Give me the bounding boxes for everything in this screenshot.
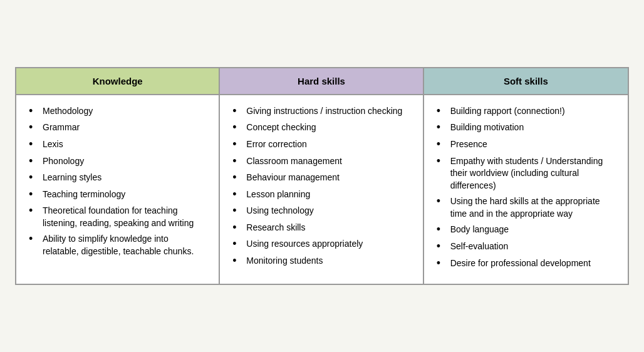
list-item: •Error correction [232,138,410,152]
list-item-text: Research skills [246,222,305,234]
list-item-text: Using resources appropriately [246,238,363,251]
list-item: •Phonology [29,155,206,168]
list-item-text: Theoretical foundation for teaching list… [43,205,206,229]
soft-skills-list: •Building rapport (connection!)•Building… [437,105,615,271]
list-item-text: Behaviour management [246,172,340,184]
list-item-text: Lesson planning [246,189,310,201]
list-item-text: Using technology [246,205,313,217]
bullet-icon: • [232,188,242,202]
list-item-text: Self-evaluation [450,241,509,253]
list-item: •Research skills [232,222,410,235]
list-item-text: Presence [450,138,487,151]
hard-skills-cell: •Giving instructions / instruction check… [220,95,423,284]
bullet-icon: • [232,204,242,218]
list-item: •Giving instructions / instruction check… [232,105,410,118]
bullet-icon: • [232,171,242,185]
bullet-icon: • [232,221,242,235]
list-item-text: Classroom management [246,155,342,168]
list-item: •Lexis [29,138,206,152]
bullet-icon: • [29,105,39,118]
list-item: •Presence [437,138,615,152]
list-item: •Using technology [232,205,410,218]
table-body: •Methodology•Grammar•Lexis•Phonology•Lea… [16,95,628,284]
header-soft-skills: Soft skills [424,68,628,94]
list-item: •Using the hard skills at the appropriat… [437,195,615,220]
bullet-icon: • [437,257,447,271]
list-item: •Theoretical foundation for teaching lis… [29,205,206,229]
list-item: •Learning styles [29,172,206,185]
list-item-text: Error correction [246,138,306,151]
list-item-text: Concept checking [246,122,316,134]
bullet-icon: • [29,155,39,168]
list-item: •Grammar [29,122,206,135]
knowledge-list: •Methodology•Grammar•Lexis•Phonology•Lea… [29,105,206,258]
bullet-icon: • [29,121,39,135]
list-item: •Using resources appropriately [232,238,410,251]
list-item: •Monitoring students [232,255,410,268]
list-item-text: Empathy with students / Understanding th… [450,155,615,192]
bullet-icon: • [29,204,39,218]
list-item: •Teaching terminology [29,189,206,202]
list-item-text: Phonology [43,155,84,168]
bullet-icon: • [437,155,447,168]
bullet-icon: • [29,188,39,202]
list-item-text: Giving instructions / instruction checki… [246,105,402,118]
bullet-icon: • [29,171,39,185]
list-item: •Desire for professional development [437,257,615,271]
list-item-text: Lexis [43,138,63,151]
list-item-text: Building motivation [450,122,524,134]
list-item-text: Methodology [43,105,93,118]
list-item-text: Ability to simplify knowledge into relat… [43,233,206,257]
bullet-icon: • [232,237,242,251]
list-item-text: Grammar [43,122,80,134]
list-item: •Methodology [29,105,206,118]
hard-skills-header-label: Hard skills [298,76,345,86]
hard-skills-list: •Giving instructions / instruction check… [232,105,410,268]
soft-skills-header-label: Soft skills [504,76,548,86]
bullet-icon: • [437,223,447,237]
bullet-icon: • [232,254,242,268]
bullet-icon: • [437,121,447,135]
list-item-text: Body language [450,224,509,236]
list-item-text: Desire for professional development [450,257,591,270]
list-item: •Behaviour management [232,172,410,185]
list-item-text: Monitoring students [246,255,323,267]
list-item: •Empathy with students / Understanding t… [437,155,615,192]
list-item-text: Using the hard skills at the appropriate… [450,195,615,220]
bullet-icon: • [437,138,447,152]
bullet-icon: • [232,155,242,168]
bullet-icon: • [29,138,39,152]
list-item: •Ability to simplify knowledge into rela… [29,233,206,257]
bullet-icon: • [437,195,447,209]
list-item: •Building motivation [437,122,615,135]
header-knowledge: Knowledge [16,68,220,94]
header-hard-skills: Hard skills [220,68,423,94]
bullet-icon: • [232,105,242,118]
soft-skills-cell: •Building rapport (connection!)•Building… [424,95,628,284]
list-item-text: Learning styles [43,172,101,184]
bullet-icon: • [437,105,447,118]
list-item: •Body language [437,224,615,237]
bullet-icon: • [437,240,447,254]
knowledge-cell: •Methodology•Grammar•Lexis•Phonology•Lea… [16,95,220,284]
list-item: •Lesson planning [232,189,410,202]
list-item: •Self-evaluation [437,241,615,254]
bullet-icon: • [232,138,242,152]
list-item: •Concept checking [232,122,410,135]
list-item-text: Teaching terminology [43,189,125,201]
list-item: •Building rapport (connection!) [437,105,615,118]
table-header: Knowledge Hard skills Soft skills [16,68,628,95]
list-item: •Classroom management [232,155,410,168]
skills-table: Knowledge Hard skills Soft skills •Metho… [15,67,629,286]
list-item-text: Building rapport (connection!) [450,105,565,118]
bullet-icon: • [29,232,39,246]
knowledge-header-label: Knowledge [93,76,143,86]
bullet-icon: • [232,121,242,135]
